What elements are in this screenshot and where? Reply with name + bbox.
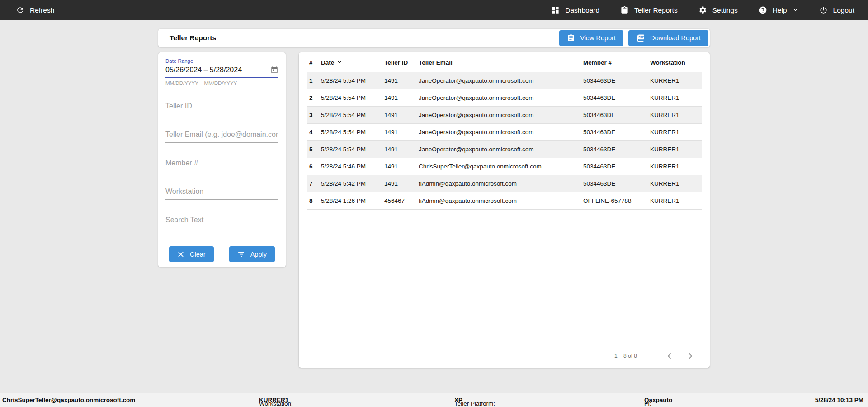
table-cell: 1491 — [382, 89, 416, 107]
clear-button[interactable]: Clear — [169, 246, 214, 262]
table-cell: 5/28/24 5:54 PM — [318, 141, 382, 158]
calendar-icon[interactable] — [270, 66, 278, 74]
refresh-icon — [16, 6, 24, 14]
page-header-bar: Teller Reports View Report PDF Download … — [158, 29, 710, 47]
table-row[interactable]: 55/28/24 5:54 PM1491JaneOperator@qaxpaut… — [307, 141, 702, 158]
sort-desc-icon — [337, 59, 342, 66]
pdf-icon: PDF — [636, 33, 645, 42]
workstation-input[interactable] — [165, 185, 278, 200]
date-range-label: Date Range — [165, 58, 278, 64]
col-header-member[interactable]: Member # — [580, 52, 647, 72]
nav-help[interactable]: Help — [759, 6, 798, 14]
table-cell: 4 — [307, 124, 318, 141]
footer-user-email: ChrisSuperTeller@qaxpauto.onmicrosoft.co… — [2, 397, 135, 403]
table-cell: KURRER1 — [647, 72, 702, 89]
table-cell: 6 — [307, 158, 318, 175]
gear-icon — [698, 6, 707, 14]
table-cell: 5/28/24 5:54 PM — [318, 89, 382, 107]
table-row[interactable]: 65/28/24 5:46 PM1491ChrisSuperTeller@qax… — [307, 158, 702, 175]
table-cell: 1491 — [382, 107, 416, 124]
filter-panel: Date Range MM/DD/YYYY – MM/DD/YYYY Clear — [158, 52, 286, 267]
table-cell: 5/28/24 1:26 PM — [318, 192, 382, 210]
top-navbar: Refresh Dashboard Teller Reports Setting… — [0, 0, 868, 20]
table-cell: 5034463DE — [580, 175, 647, 192]
nav-dashboard[interactable]: Dashboard — [551, 6, 599, 14]
table-cell: 1491 — [382, 175, 416, 192]
nav-help-label: Help — [773, 6, 787, 14]
table-row[interactable]: 25/28/24 5:54 PM1491JaneOperator@qaxpaut… — [307, 89, 702, 107]
table-cell: fiAdmin@qaxpauto.onmicrosoft.com — [416, 192, 580, 210]
table-header-row: # Date Teller ID Teller Email Member # W… — [307, 52, 702, 72]
apply-button[interactable]: Apply — [229, 246, 275, 262]
table-row[interactable]: 45/28/24 5:54 PM1491JaneOperator@qaxpaut… — [307, 124, 702, 141]
nav-teller-reports-label: Teller Reports — [634, 6, 678, 14]
table-cell: 2 — [307, 89, 318, 107]
col-header-teller-email[interactable]: Teller Email — [416, 52, 580, 72]
col-header-date[interactable]: Date — [318, 52, 382, 72]
nav-settings[interactable]: Settings — [698, 6, 738, 14]
footer-workstation: Workstation: KURRER1 — [259, 397, 288, 403]
nav-logout-label: Logout — [833, 6, 854, 14]
teller-email-input[interactable] — [165, 128, 278, 143]
table-cell: 5 — [307, 141, 318, 158]
col-header-date-label: Date — [321, 59, 334, 66]
member-field-wrap — [165, 156, 278, 171]
table-cell: fiAdmin@qaxpauto.onmicrosoft.com — [416, 175, 580, 192]
table-cell: 5034463DE — [580, 72, 647, 89]
nav-settings-label: Settings — [712, 6, 738, 14]
refresh-label: Refresh — [30, 6, 54, 14]
help-icon — [759, 6, 767, 14]
filter-icon — [237, 250, 245, 258]
table-cell: 5/28/24 5:54 PM — [318, 72, 382, 89]
table-row[interactable]: 35/28/24 5:54 PM1491JaneOperator@qaxpaut… — [307, 107, 702, 124]
paginator: 1 – 8 of 8 — [614, 351, 695, 360]
table-cell: KURRER1 — [647, 107, 702, 124]
teller-report-table: # Date Teller ID Teller Email Member # W… — [307, 52, 702, 210]
search-text-input[interactable] — [165, 213, 278, 228]
footer-fi: FI: Qaxpauto — [644, 397, 672, 403]
teller-id-input[interactable] — [165, 99, 278, 114]
table-cell: 3 — [307, 107, 318, 124]
nav-teller-reports[interactable]: Teller Reports — [620, 6, 678, 14]
download-report-label: Download Report — [650, 34, 701, 42]
col-header-num[interactable]: # — [307, 52, 318, 72]
nav-logout[interactable]: Logout — [819, 6, 854, 14]
table-cell: 456467 — [382, 192, 416, 210]
table-row[interactable]: 75/28/24 5:42 PM1491fiAdmin@qaxpauto.onm… — [307, 175, 702, 192]
table-cell: 5034463DE — [580, 89, 647, 107]
table-cell: KURRER1 — [647, 158, 702, 175]
table-cell: 5034463DE — [580, 158, 647, 175]
chevron-down-icon — [793, 6, 798, 14]
table-cell: 7 — [307, 175, 318, 192]
report-table-panel: # Date Teller ID Teller Email Member # W… — [299, 52, 710, 368]
apply-label: Apply — [250, 251, 267, 258]
clear-label: Clear — [190, 251, 206, 258]
table-cell: OFFLINE-657788 — [580, 192, 647, 210]
table-cell: JaneOperator@qaxpauto.onmicrosoft.com — [416, 89, 580, 107]
next-page-button[interactable] — [686, 351, 695, 360]
table-cell: KURRER1 — [647, 141, 702, 158]
date-range-input[interactable] — [165, 66, 270, 74]
previous-page-button[interactable] — [665, 351, 674, 360]
table-cell: JaneOperator@qaxpauto.onmicrosoft.com — [416, 141, 580, 158]
power-icon — [819, 6, 828, 14]
svg-text:PDF: PDF — [638, 36, 644, 38]
table-cell: KURRER1 — [647, 175, 702, 192]
col-header-workstation[interactable]: Workstation — [647, 52, 702, 72]
download-report-button[interactable]: PDF Download Report — [628, 30, 708, 46]
table-row[interactable]: 15/28/24 5:54 PM1491JaneOperator@qaxpaut… — [307, 72, 702, 89]
col-header-teller-id[interactable]: Teller ID — [382, 52, 416, 72]
table-cell: JaneOperator@qaxpauto.onmicrosoft.com — [416, 124, 580, 141]
table-cell: 5/28/24 5:42 PM — [318, 175, 382, 192]
table-cell: 5/28/24 5:54 PM — [318, 107, 382, 124]
date-range-helper: MM/DD/YYYY – MM/DD/YYYY — [165, 80, 278, 86]
member-number-input[interactable] — [165, 156, 278, 171]
clipboard-icon — [567, 34, 575, 42]
view-report-button[interactable]: View Report — [559, 30, 623, 46]
table-cell: KURRER1 — [647, 89, 702, 107]
view-report-label: View Report — [580, 34, 616, 42]
date-range-field — [165, 65, 278, 78]
refresh-button[interactable]: Refresh — [16, 6, 54, 14]
teller-email-field-wrap — [165, 128, 278, 143]
table-row[interactable]: 85/28/24 1:26 PM456467fiAdmin@qaxpauto.o… — [307, 192, 702, 210]
